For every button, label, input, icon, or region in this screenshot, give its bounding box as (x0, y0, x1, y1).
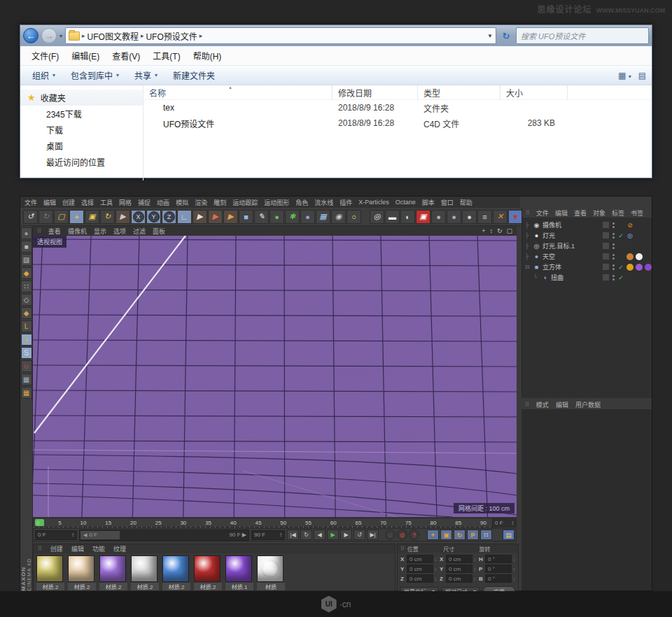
render-view-icon[interactable]: ▶ (192, 210, 207, 224)
object-tag-icon[interactable] (645, 264, 652, 271)
scene-light-icon[interactable]: ○ (346, 210, 361, 224)
object-name[interactable]: 灯光.目标.1 (542, 241, 600, 250)
zoom-view-icon[interactable]: ↕ (489, 227, 493, 234)
breadcrumb[interactable]: ▸UFO图文教程▸UFO预设文件 ▸ ▼ (65, 27, 496, 44)
object-manager-menu-item[interactable]: 书签 (631, 208, 643, 218)
object-tag-icon[interactable] (626, 253, 634, 260)
key-pla-icon[interactable]: ∷ (480, 530, 492, 540)
spinner-icon[interactable]: ↕ (474, 557, 477, 562)
rotate-tool-icon[interactable]: ↻ (100, 210, 115, 224)
planar-workplane-icon[interactable]: ▦ (21, 387, 32, 399)
object-tag-icon[interactable] (645, 222, 652, 229)
layer-toggle-icon[interactable] (602, 221, 610, 229)
points-mode-icon[interactable]: ∷ (21, 281, 32, 292)
material-thumbnail[interactable]: 材质.2 (68, 555, 96, 590)
spinner-icon[interactable]: ↕ (71, 532, 74, 538)
tree-branch-icon[interactable]: ├ (525, 253, 531, 260)
tree-branch-icon[interactable]: └ (533, 274, 539, 281)
coordinate-field[interactable]: X 0 cm ↕ (440, 555, 476, 563)
forward-button[interactable]: → (41, 28, 57, 43)
snap-icon[interactable]: S (21, 347, 32, 359)
coordinate-field[interactable]: Z 0 cm ↕ (440, 574, 476, 583)
explorer-menu-item[interactable]: 编辑(E) (66, 48, 105, 64)
object-tag-icon[interactable] (636, 264, 643, 271)
axis-mode-icon[interactable]: L (21, 320, 32, 332)
preview-pane-button[interactable]: ▤ (638, 71, 646, 80)
timeline-ruler[interactable]: 051015202530354045505560657075808590 0 F… (33, 518, 517, 527)
attribute-tab[interactable]: 编辑 (556, 400, 568, 409)
spinner-icon[interactable]: ↕ (279, 532, 282, 538)
edges-mode-icon[interactable]: ◇ (21, 294, 32, 306)
c4d-menu-item[interactable]: 流水线 (314, 198, 333, 207)
sidebar-item[interactable]: 最近访问的位置 (20, 154, 143, 170)
maximize-view-icon[interactable]: ▢ (506, 227, 512, 234)
back-button[interactable]: ← (23, 28, 38, 43)
range-end-field[interactable]: 90 F↕ (251, 530, 285, 540)
panel-grip-icon[interactable]: ⠿ (37, 228, 41, 234)
c4d-menu-item[interactable]: Octane (396, 199, 416, 206)
current-frame-field[interactable]: 0 F ↕ (492, 518, 516, 527)
c4d-menu-item[interactable]: 帮助 (460, 198, 472, 207)
c4d-menu-item[interactable]: 创建 (62, 198, 75, 207)
goto-end-icon[interactable]: ▶| (367, 530, 379, 540)
toolbar-button[interactable]: 共享▾ (128, 67, 164, 83)
quantize-icon[interactable]: ∪ (21, 360, 32, 372)
object-tag-icon[interactable] (636, 274, 643, 281)
coordinate-value[interactable]: 0 cm (446, 565, 472, 573)
panel-grip-icon[interactable]: ⠿ (526, 210, 530, 216)
layer-toggle-icon[interactable] (602, 232, 610, 239)
spinner-icon[interactable]: ↕ (511, 520, 514, 526)
material-menu-item[interactable]: 编辑 (71, 544, 84, 553)
coordinate-field[interactable]: X 0 cm ↕ (400, 555, 437, 563)
viewport-menu-item[interactable]: 过滤 (133, 227, 146, 236)
key-position-icon[interactable]: + (427, 530, 439, 540)
tree-branch-icon[interactable]: ├ (525, 222, 531, 228)
explorer-menu-item[interactable]: 帮助(H) (188, 48, 227, 64)
c4d-menu-item[interactable]: 渲染 (195, 198, 207, 207)
deformer-icon[interactable]: ● (300, 210, 315, 224)
material-thumbnail[interactable]: 材质.1 (225, 555, 253, 590)
c4d-menu-item[interactable]: 雕刻 (214, 198, 226, 207)
refresh-button[interactable]: ↻ (499, 28, 513, 43)
coordinate-value[interactable]: 0 cm (446, 574, 472, 583)
sphere-reflect-icon[interactable]: ● (447, 210, 461, 224)
object-manager-menu-item[interactable]: 对象 (593, 208, 606, 218)
toolbar-button[interactable]: 组织▾ (26, 67, 62, 83)
object-tag-icon[interactable] (645, 274, 652, 281)
x-lock-icon[interactable]: X (131, 210, 146, 224)
key-rotation-icon[interactable]: ↻ (454, 530, 465, 540)
record-off-icon[interactable]: ◌ (385, 530, 396, 540)
lock-workplane-icon[interactable]: ▦ (21, 374, 32, 385)
layer-toggle-icon[interactable] (602, 274, 610, 281)
layer-toggle-icon[interactable] (602, 263, 610, 271)
visibility-dots-icon[interactable] (612, 222, 615, 228)
c4d-menu-item[interactable]: 模拟 (176, 198, 188, 207)
panel-grip-icon[interactable]: ⠿ (38, 546, 42, 552)
coordinate-field[interactable]: Y 0 cm ↕ (440, 565, 476, 573)
c4d-menu-item[interactable]: 插件 (340, 198, 352, 207)
column-header-date[interactable]: 修改日期 (332, 85, 418, 99)
object-manager-menu-item[interactable]: 查看 (574, 208, 587, 218)
keyframe-selection-icon[interactable]: ? (409, 530, 419, 540)
last-tool-icon[interactable]: ▶ (115, 210, 130, 224)
column-header-name[interactable]: 名称▲ (144, 85, 332, 99)
spline-pen-icon[interactable]: ✎ (254, 210, 269, 224)
coordinate-value[interactable]: 0 cm (407, 555, 433, 563)
c4d-menu-item[interactable]: 角色 (295, 198, 308, 207)
team-render-icon[interactable]: ▼ (508, 210, 523, 224)
object-tag-icon[interactable] (626, 274, 634, 281)
object-manager-menu-item[interactable]: 文件 (536, 208, 549, 218)
coordinate-value[interactable]: 0 cm (446, 555, 472, 563)
material-thumbnail[interactable]: 材质.2 (99, 555, 127, 590)
key-parameter-icon[interactable]: P (467, 530, 479, 540)
z-lock-icon[interactable]: Z (162, 210, 176, 224)
spinner-icon[interactable]: ↕ (474, 576, 477, 581)
viewport[interactable]: ⠿ 查看摄像机显示选项过滤面板 + ↕ ↻ ▢ 透视视图 网格间距 : 100 … (33, 226, 517, 517)
next-frame-icon[interactable]: ▶ (340, 530, 352, 540)
panel-grip-icon[interactable]: ⠿ (525, 402, 529, 408)
material-thumbnail[interactable]: 材质 (257, 555, 285, 590)
range-start-field[interactable]: 0 F↕ (35, 530, 77, 540)
tree-branch-icon[interactable]: ├ (525, 243, 531, 249)
address-dropdown-icon[interactable]: ▼ (487, 33, 493, 39)
loop-icon[interactable]: ↻ (300, 530, 312, 540)
